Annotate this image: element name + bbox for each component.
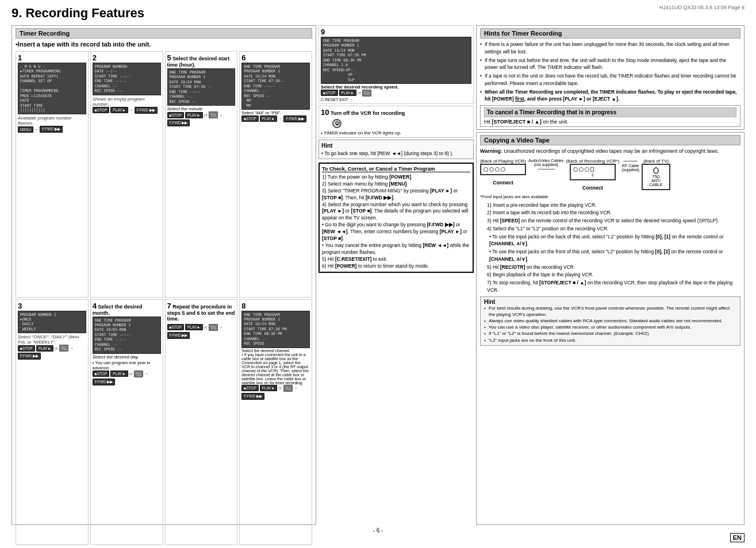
hint-main-bullet1: • To go back one step, hit [REW ◄◄] (dur… — [321, 150, 471, 156]
tv-note: 75ΩANT/CABLE — [645, 175, 667, 187]
copy-step-4a: • To use the input jacks on the back of … — [480, 233, 740, 248]
hint-bottom-5: "L2" input jacks are on the front of thi… — [484, 337, 736, 344]
step-2-note: Shows an empty program number. — [93, 97, 161, 107]
tv-ports — [645, 167, 667, 174]
step-7-title: 7 Repeat the procedure in steps 5 and 6 … — [167, 302, 236, 322]
nav-btn-5[interactable]: ▽△ — [209, 111, 218, 118]
right-column: Hints for Timer Recording If there is a … — [476, 25, 745, 525]
play-btn-2[interactable]: PLAY► — [110, 107, 128, 113]
hint-timer-4: When all the Timer Recording are complet… — [480, 88, 740, 103]
port-2 — [489, 167, 494, 172]
step-4-buttons: ■STOP PLAY► or ▽△ → F.FWD ▶▶ — [93, 371, 161, 385]
copy-video-title: Copying a Video Tape — [480, 135, 740, 145]
en-badge: EN — [730, 533, 745, 542]
play-btn-5[interactable]: PLAY► — [185, 112, 203, 118]
vcr-diagram: (Back of Playing VCR) Connect — [480, 159, 740, 191]
rf-cable-label: RF Cable(supplied) — [621, 164, 639, 172]
playing-vcr-ports — [483, 167, 523, 172]
copy-step-6: 6) Begin playback of the tape in the pla… — [480, 271, 740, 279]
nav-btn-9[interactable]: ▽△ — [362, 90, 371, 97]
stop-btn-6[interactable]: ■STOP — [241, 115, 259, 122]
ffwd-btn-8[interactable]: F.FWD ▶▶ — [241, 393, 264, 400]
warning-text: Warning: Unauthorized recordings of copy… — [480, 148, 740, 155]
check-step-3: 3) Select "TIMER PROGRAM-MING" by pressi… — [322, 188, 470, 202]
ffwd-btn-3[interactable]: F.FWD ▶▶ — [18, 353, 41, 360]
nav-btn-7[interactable]: ▽△ — [209, 324, 218, 331]
stop-btn-3[interactable]: ■STOP — [18, 345, 35, 352]
ffwd-btn-4[interactable]: F.FWD ▶▶ — [93, 379, 116, 385]
hint-bottom-title: Hint — [484, 299, 736, 305]
step-5-buttons: ■STOP PLAY► or ▽△ → F.FWD ▶▶ — [167, 111, 236, 126]
power-btn-icon[interactable]: ⏻ — [332, 119, 341, 128]
hint-timer-1: If there is a power failure or the unit … — [480, 41, 740, 56]
hint-main-box: Hint • To go back one step, hit [REW ◄◄]… — [318, 140, 474, 159]
step-10-title: Turn off the VCR for recording — [331, 110, 405, 116]
step-3-screen: PROGRAM NUMBER 1 ►ONCE DAILY WEEKLY — [18, 311, 86, 334]
step-9-note: Select the desired recording speed. — [321, 84, 471, 90]
check-steps: 1) Turn the power on by hitting [POWER].… — [322, 174, 470, 269]
play-btn-4[interactable]: PLAY► — [110, 371, 128, 377]
ffwd-btn-5[interactable]: F.FWD ▶▶ — [167, 119, 190, 126]
stop-btn-9[interactable]: ■STOP — [321, 90, 338, 96]
file-info: HJ411UD.QX33 05.3.8 13:09 Page 6 — [659, 5, 745, 10]
stop-btn-7[interactable]: ■STOP — [167, 324, 185, 330]
copy-steps-list: 1) Insert a pre-recorded tape into the p… — [480, 202, 740, 294]
step-4-title: 4 Select the desired month. — [93, 302, 161, 316]
copy-step-3: 3) Hit [SPEED] on the remote control of … — [480, 217, 740, 225]
step-4-number: 4 — [93, 302, 97, 310]
step-10-number: 10 — [321, 108, 329, 117]
port-4 — [501, 167, 505, 172]
stop-btn-8[interactable]: ■STOP — [241, 385, 259, 391]
play-btn-8[interactable]: PLAY► — [260, 385, 278, 391]
step-6-number: 6 — [241, 53, 245, 62]
step-9-cell: 9 ONE TIME PROGRAM PROGRAM NUMBER 1 DATE… — [318, 25, 474, 104]
ffwd-btn-1[interactable]: F.FWD ▶▶ — [40, 126, 63, 133]
audio-video-label: Audio/Video Cables(not supplied) — [528, 159, 563, 167]
stop-btn-5[interactable]: ■STOP — [167, 112, 185, 118]
copy-step-5: 5) Hit [REC/OTR] on the recording VCR. — [480, 264, 740, 271]
step-4-note-year: • You can program one year in advance. — [93, 360, 161, 371]
step-7-buttons: ■STOP PLAY► or ▽△ → F.FWD ▶▶ — [167, 324, 236, 339]
play-btn-6[interactable]: PLAY► — [260, 115, 278, 122]
recording-vcr-num: 2 — [573, 173, 612, 177]
cable-line — [538, 169, 555, 169]
page-container: HJ411UD.QX33 05.3.8 13:09 Page 6 9. Reco… — [0, 0, 756, 548]
play-btn-3[interactable]: PLAY► — [36, 345, 54, 352]
nav-btn-8[interactable]: ▽△ — [283, 385, 293, 392]
step-1-note: Available program number flashes. — [18, 115, 86, 126]
step-5-cell: 5 Select the desired start time (hour). … — [165, 51, 238, 298]
cancel-title: To cancel a Timer Recording that is in p… — [484, 107, 736, 117]
step-3-number: 3 — [18, 302, 22, 310]
step-9-creset: C.RESET EXIT → — [321, 98, 471, 102]
hint-bottom-box: Hint For best results during dubbing, us… — [480, 296, 740, 346]
ffwd-btn-6[interactable]: F.FWD ▶▶ — [283, 115, 306, 122]
power-button-icon: ⏻ — [332, 119, 471, 128]
step-1-cell: 1 - M E N U - ►TIMER PROGRAMMING AUTO RE… — [16, 51, 89, 298]
play-btn-7[interactable]: PLAY► — [185, 324, 203, 330]
play-btn-9[interactable]: PLAY► — [339, 90, 357, 96]
menu-btn[interactable]: MENU — [18, 126, 33, 133]
ffwd-btn-7[interactable]: F.FWD ▶▶ — [167, 332, 190, 339]
check-step-cancel: • You may cancel the entire program by h… — [322, 242, 470, 256]
copy-step-2: 2) Insert a tape with its record tab int… — [480, 209, 740, 217]
nav-btn-4[interactable]: ▽△ — [134, 371, 143, 377]
playing-vcr-box — [480, 164, 526, 175]
recording-vcr-box: 2 — [570, 164, 616, 180]
check-step-2: 2) Select main menu by hitting [MENU]. — [322, 181, 470, 188]
main-content: Timer Recording •Insert a tape with its … — [11, 25, 745, 525]
cancel-text: Hit [STOP/EJECT ■ / ▲] on the unit. — [484, 119, 736, 125]
hint-bottom-2: Always use video-quality shielded cables… — [484, 318, 736, 324]
ffwd-btn-2[interactable]: F.FWD ▶▶ — [135, 107, 158, 114]
step-8-number: 8 — [241, 302, 245, 310]
step-2-screen: PROGRAM NUMBER▷ DATE --/-- START TIME --… — [93, 63, 161, 95]
stop-btn-4[interactable]: ■STOP — [93, 371, 110, 377]
playing-vcr-section: (Back of Playing VCR) Connect — [480, 159, 526, 186]
step-4-note-day: Select the desired day. — [93, 354, 161, 360]
nav-btn-3[interactable]: ▽△ — [59, 345, 68, 352]
page-title: 9. Recording Features — [11, 6, 745, 21]
port-3 — [495, 167, 500, 172]
stop-btn-2[interactable]: ■STOP — [93, 107, 110, 113]
step-7-cell: 7 Repeat the procedure in steps 5 and 6 … — [165, 299, 238, 546]
steps-5-8-grid: 5 Select the desired start time (hour). … — [165, 51, 313, 545]
check-step-1: 1) Turn the power on by hitting [POWER]. — [322, 174, 470, 181]
